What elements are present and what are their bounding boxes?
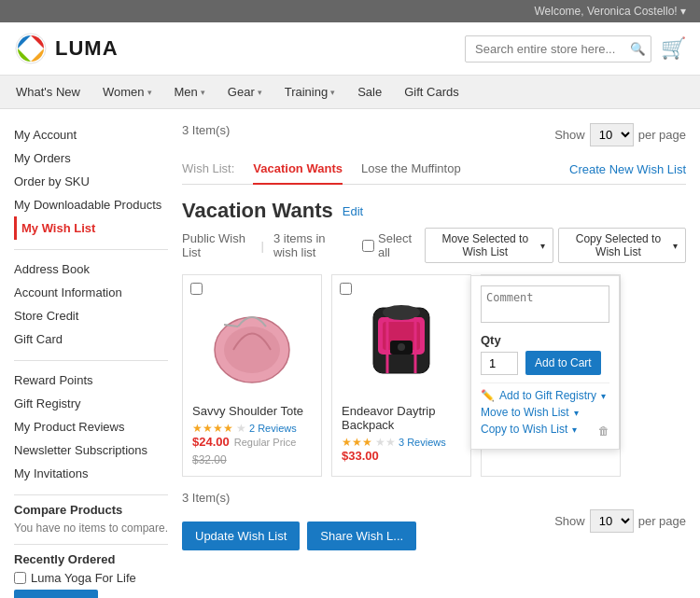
wish-list-tabs: Wish List: Vacation Wants Lose the Muffi… <box>182 154 686 185</box>
wish-actions: Move Selected to Wish List ▾ Copy Select… <box>425 228 686 263</box>
popup-comment-input[interactable] <box>481 285 609 323</box>
logo[interactable]: LUMA <box>14 32 119 65</box>
wish-visibility: Public Wish List <box>182 231 252 259</box>
sidebar-item-store-credit[interactable]: Store Credit <box>14 304 168 327</box>
popup-add-to-cart-button[interactable]: Add to Cart <box>525 351 601 375</box>
recently-ordered-checkbox[interactable] <box>14 572 26 584</box>
recently-ordered-add-to-cart[interactable]: Add to Cart <box>14 590 98 598</box>
sidebar-item-my-orders[interactable]: My Orders <box>14 146 168 170</box>
top-bar: Welcome, Veronica Costello! ▾ <box>0 0 700 22</box>
select-all-label: Select all <box>378 231 415 259</box>
regular-price-label-1: Regular Price <box>234 437 297 448</box>
sidebar-item-my-account[interactable]: My Account <box>14 123 168 146</box>
move-to-wishlist-button[interactable]: Move Selected to Wish List ▾ <box>425 228 553 263</box>
svg-point-3 <box>224 327 280 373</box>
nav-arrow-training: ▾ <box>330 88 335 97</box>
sidebar-divider-3 <box>14 494 168 495</box>
create-new-wish-list-link[interactable]: Create New Wish List <box>569 162 686 176</box>
product-reviews-1[interactable]: 2 Reviews <box>249 423 297 434</box>
trash-icon[interactable]: 🗑 <box>598 424 609 438</box>
per-page-bottom: Show 10 20 50 per page <box>554 509 686 533</box>
copy-to-wishlist-button[interactable]: Copy Selected to Wish List ▾ <box>558 228 686 263</box>
product-reviews-2[interactable]: 3 Reviews <box>399 437 446 448</box>
share-wish-list-button[interactable]: Share Wish L... <box>307 522 416 550</box>
product-stars-2: ★★★★★ 3 Reviews <box>342 436 461 449</box>
product-regular-price-1: $32.00 <box>192 453 227 466</box>
tab-wish-list-label: Wish List: <box>182 154 234 185</box>
update-wish-list-button[interactable]: Update Wish List <box>182 522 300 550</box>
sidebar-extra-section: Reward Points Gift Registry My Product R… <box>14 369 168 485</box>
cart-icon[interactable]: 🛒 <box>661 36 686 61</box>
sidebar-item-account-information[interactable]: Account Information <box>14 281 168 304</box>
svg-point-0 <box>16 34 46 63</box>
account-dropdown-arrow: ▾ <box>680 5 686 18</box>
search-icon-button[interactable]: 🔍 <box>630 42 646 56</box>
sidebar-item-newsletter[interactable]: Newsletter Subscriptions <box>14 438 168 462</box>
sidebar-compare-section: Compare Products You have no items to co… <box>14 503 168 535</box>
select-all-checkbox[interactable] <box>362 240 374 252</box>
nav-item-training[interactable]: Training ▾ <box>283 76 337 108</box>
search-wrap: 🔍 <box>465 35 651 63</box>
select-all-wrap: Select all <box>362 231 415 259</box>
sidebar-item-gift-card[interactable]: Gift Card <box>14 327 168 351</box>
show-label-bottom: Show <box>554 514 585 528</box>
nav-item-gift-cards[interactable]: Gift Cards <box>402 76 461 108</box>
per-page-top: Show 10 20 50 per page <box>554 123 686 146</box>
sidebar-account-section: My Account My Orders Order by SKU My Dow… <box>14 123 168 240</box>
product-image-1 <box>192 285 312 396</box>
nav-item-whats-new[interactable]: What's New <box>14 76 82 108</box>
sidebar-recently-ordered-section: Recently Ordered Luma Yoga For Life Add … <box>14 552 168 598</box>
popup-divider-1 <box>481 382 609 383</box>
nav-arrow-gear: ▾ <box>258 88 262 97</box>
nav-item-gear[interactable]: Gear ▾ <box>226 76 264 108</box>
edit-link[interactable]: Edit <box>343 204 363 218</box>
compare-text: You have no items to compare. <box>14 522 168 535</box>
sidebar-item-reward-points[interactable]: Reward Points <box>14 369 168 392</box>
sidebar: My Account My Orders Order by SKU My Dow… <box>14 123 168 598</box>
per-page-select-top[interactable]: 10 20 50 <box>590 123 634 146</box>
welcome-text[interactable]: Welcome, Veronica Costello! <box>534 5 677 18</box>
per-page-label-top: per page <box>638 128 686 142</box>
copy-chevron-icon: ▾ <box>673 241 678 251</box>
product-checkbox-2[interactable] <box>340 283 352 295</box>
sidebar-item-address-book[interactable]: Address Book <box>14 257 168 281</box>
product-stars-1: ★★★★★ 2 Reviews <box>192 422 312 435</box>
sidebar-item-order-by-sku[interactable]: Order by SKU <box>14 170 168 193</box>
move-chevron-icon: ▾ <box>540 241 545 251</box>
popup-add-to-gift-registry[interactable]: ✏️ Add to Gift Registry ▾ <box>481 389 609 402</box>
popup-copy-to-wish-list[interactable]: Copy to Wish List ▾ <box>481 423 577 436</box>
popup-move-to-wish-list[interactable]: Move to Wish List ▾ <box>481 406 609 419</box>
product-price-2: $33.00 <box>342 449 379 463</box>
page-title: Vacation Wants <box>182 199 333 223</box>
per-page-select-bottom[interactable]: 10 20 50 <box>590 509 634 533</box>
product-checkbox-1[interactable] <box>190 283 203 295</box>
per-page-label-bottom: per page <box>638 514 686 528</box>
item-count-top: 3 Item(s) <box>182 123 230 137</box>
sidebar-item-gift-registry[interactable]: Gift Registry <box>14 392 168 415</box>
recently-ordered-title: Recently Ordered <box>14 552 168 566</box>
popup-qty-input[interactable] <box>481 352 518 375</box>
sidebar-item-product-reviews[interactable]: My Product Reviews <box>14 415 168 438</box>
nav-item-men[interactable]: Men ▾ <box>173 76 207 108</box>
sidebar-item-my-wish-list[interactable]: My Wish List <box>14 216 168 240</box>
bottom-bar: 3 Item(s) Update Wish List Share Wish L.… <box>182 491 686 550</box>
logo-text: LUMA <box>55 36 119 61</box>
sidebar-item-invitations[interactable]: My Invitations <box>14 462 168 485</box>
product-name-2: Endeavor Daytrip Backpack <box>342 404 461 432</box>
gift-registry-chevron: ▾ <box>601 391 606 401</box>
search-input[interactable] <box>465 35 651 63</box>
popup-qty-label: Qty <box>481 333 609 347</box>
header: LUMA 🔍 🛒 <box>0 22 700 76</box>
tab-lose-the-muffintop[interactable]: Lose the Muffintop <box>361 154 461 185</box>
pencil-icon: ✏️ <box>481 389 495 402</box>
content-area: 3 Item(s) Show 10 20 50 per page Wish Li… <box>182 123 686 598</box>
product-card-2: Endeavor Daytrip Backpack ★★★★★ 3 Review… <box>331 274 471 477</box>
header-right: 🔍 🛒 <box>465 35 686 63</box>
wish-item-count: 3 items in wish list <box>273 231 353 259</box>
tab-vacation-wants[interactable]: Vacation Wants <box>253 154 343 185</box>
sidebar-divider-2 <box>14 360 168 361</box>
move-wish-list-chevron: ▾ <box>574 408 579 418</box>
nav-item-women[interactable]: Women ▾ <box>101 76 154 108</box>
sidebar-item-downloadable-products[interactable]: My Downloadable Products <box>14 193 168 216</box>
nav-item-sale[interactable]: Sale <box>356 76 384 108</box>
